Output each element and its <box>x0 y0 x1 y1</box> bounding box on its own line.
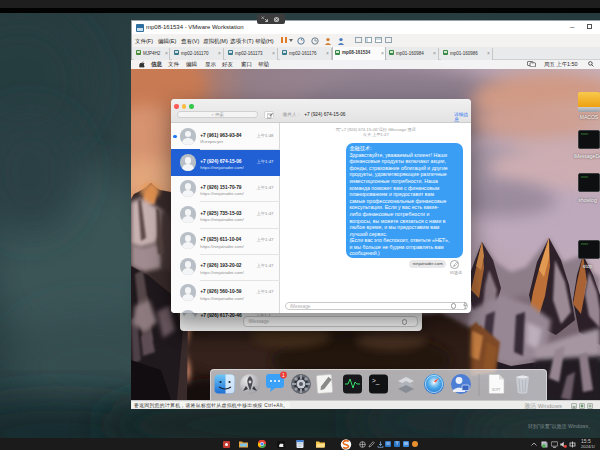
svg-text:1: 1 <box>282 372 285 378</box>
svg-text:SCPT: SCPT <box>492 388 501 392</box>
svg-text:>_: >_ <box>372 377 380 385</box>
